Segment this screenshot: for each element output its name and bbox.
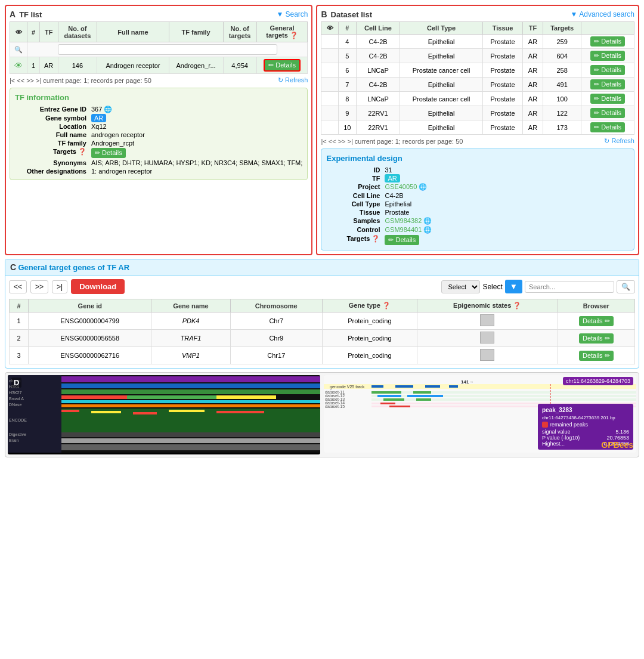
entrez-link[interactable]: 🌐 bbox=[104, 106, 112, 113]
svg-text:Broad A: Broad A bbox=[9, 397, 24, 401]
tf-search-link[interactable]: ▼ Search bbox=[277, 10, 308, 18]
gene-details-1[interactable]: Details ✏ bbox=[579, 316, 614, 326]
col-eye: 👁 bbox=[10, 22, 27, 42]
b-page-first[interactable]: |< bbox=[321, 138, 326, 145]
row-family: Androgen_r... bbox=[169, 57, 223, 74]
chr-badge: chr11:64263829-64284703 bbox=[563, 377, 633, 385]
dataset-details-8[interactable]: ✏ Details bbox=[590, 94, 625, 104]
dataset-details-6[interactable]: ✏ Details bbox=[590, 65, 625, 75]
exp-project-link[interactable]: GSE40050 bbox=[385, 183, 417, 190]
gene-details-2[interactable]: Details ✏ bbox=[579, 333, 614, 344]
bcol-tf: TF bbox=[523, 22, 543, 35]
tf-targets-details-button[interactable]: ✏ Details bbox=[91, 148, 126, 158]
c-next2[interactable]: >> bbox=[30, 280, 48, 293]
gcol-num: # bbox=[10, 299, 29, 313]
svg-rect-8 bbox=[61, 400, 320, 403]
svg-text:gencode V25 track: gencode V25 track bbox=[330, 385, 365, 389]
svg-rect-30 bbox=[371, 385, 383, 388]
gene-search-input[interactable] bbox=[525, 281, 614, 293]
tf-search-input[interactable] bbox=[58, 44, 277, 55]
gcol-browser: Browser bbox=[558, 299, 634, 313]
col-tf: TF bbox=[39, 22, 58, 42]
svg-text:Digestive: Digestive bbox=[9, 432, 26, 437]
panel-b-header: B Dataset list ▼ Advanced search bbox=[321, 10, 634, 19]
epigenomic-img-3 bbox=[480, 349, 494, 361]
panel-d-label: D bbox=[11, 378, 21, 388]
bcol-targets: Targets bbox=[543, 22, 581, 35]
svg-text:Brain: Brain bbox=[9, 438, 18, 443]
c-prev2[interactable]: << bbox=[9, 280, 27, 293]
svg-rect-14 bbox=[169, 410, 205, 412]
col-num: # bbox=[27, 22, 39, 42]
tf-pagination: |< << >> >| current page: 1; records per… bbox=[10, 76, 308, 84]
genome-browser-left: D bbox=[8, 375, 320, 454]
filter-icon: ▼ bbox=[277, 10, 284, 18]
row-num: 1 bbox=[27, 57, 39, 74]
c-last2[interactable]: >| bbox=[52, 280, 67, 293]
svg-rect-34 bbox=[371, 391, 636, 394]
svg-rect-16 bbox=[61, 432, 320, 437]
bcol-tissue: Tissue bbox=[483, 22, 523, 35]
epigenomic-img-2 bbox=[480, 332, 494, 344]
dataset-details-10[interactable]: ✏ Details bbox=[590, 122, 625, 132]
page-first[interactable]: |< bbox=[10, 77, 15, 84]
gene-details-3[interactable]: Details ✏ bbox=[579, 351, 614, 361]
svg-rect-42 bbox=[416, 398, 431, 401]
gene-search-button[interactable]: 🔍 bbox=[617, 280, 635, 293]
page-prev[interactable]: << bbox=[17, 77, 24, 84]
panel-c: C General target genes of TF AR << >> >|… bbox=[5, 259, 639, 369]
svg-rect-3 bbox=[61, 383, 320, 388]
dataset-details-5[interactable]: ✏ Details bbox=[590, 51, 625, 61]
gcol-epigenomic: Epigenomic states ❓ bbox=[417, 299, 558, 313]
exp-targets-details[interactable]: ✏ Details bbox=[385, 235, 419, 245]
col-fullname: Full name bbox=[97, 22, 169, 42]
col-datasets: No. ofdatasets bbox=[58, 22, 97, 42]
dataset-refresh[interactable]: ↻ Refresh bbox=[604, 137, 634, 145]
gcol-chr: Chromosome bbox=[230, 299, 322, 313]
dataset-row: 5 C4-2B Epithelial Prostate AR 604 ✏ Det… bbox=[321, 49, 634, 63]
svg-text:ENCODE: ENCODE bbox=[9, 418, 27, 422]
dataset-row: 9 22RV1 Epithelial Prostate AR 122 ✏ Det… bbox=[321, 106, 634, 120]
gene-select[interactable]: Select bbox=[441, 280, 480, 293]
row-fullname: Androgen receptor bbox=[97, 57, 169, 74]
dataset-details-7[interactable]: ✏ Details bbox=[590, 79, 625, 89]
tf-info-grid: Entrez Gene ID 367 🌐 Gene symbol AR Loca… bbox=[15, 106, 302, 175]
bcol-action bbox=[581, 22, 634, 35]
svg-rect-41 bbox=[383, 398, 404, 401]
dataset-details-4[interactable]: ✏ Details bbox=[590, 36, 625, 47]
experimental-design: Experimental design ID 31 TF AR Project … bbox=[321, 148, 634, 250]
svg-text:dataset-15: dataset-15 bbox=[325, 404, 345, 409]
tf-details-button[interactable]: ✏ Details bbox=[264, 59, 301, 72]
svg-text:H3K27: H3K27 bbox=[9, 391, 22, 395]
svg-rect-7 bbox=[216, 395, 276, 399]
exp-design-grid: ID 31 TF AR Project GSE40050 🌐 Cell Line… bbox=[326, 166, 629, 245]
control-link[interactable]: GSM984401 bbox=[385, 226, 422, 233]
svg-rect-35 bbox=[371, 391, 401, 394]
row-eye: 👁 bbox=[10, 57, 27, 74]
b-page-next[interactable]: >> bbox=[338, 138, 346, 145]
svg-rect-44 bbox=[380, 403, 395, 404]
svg-rect-4 bbox=[61, 389, 320, 394]
filter-button[interactable]: ▼ bbox=[505, 280, 522, 293]
b-page-prev[interactable]: << bbox=[329, 138, 336, 145]
dataset-details-9[interactable]: ✏ Details bbox=[590, 108, 625, 118]
page-info: current page: 1; records per page: 50 bbox=[43, 77, 151, 84]
page-last[interactable]: >| bbox=[36, 77, 41, 84]
bcol-num: # bbox=[338, 22, 356, 35]
svg-text:DNase: DNase bbox=[9, 403, 22, 407]
samples-link[interactable]: GSM984382 bbox=[385, 217, 422, 224]
page-next[interactable]: >> bbox=[26, 77, 34, 84]
svg-rect-2 bbox=[61, 376, 320, 382]
gcol-geneid: Gene id bbox=[29, 299, 151, 313]
epigenomic-img-1 bbox=[480, 314, 494, 326]
watermark: GPBees bbox=[601, 440, 633, 450]
gene-row-2: 2 ENSG00000056558 TRAF1 Chr9 Protein_cod… bbox=[10, 330, 635, 347]
dataset-advanced-search[interactable]: ▼ Advanced search bbox=[570, 10, 634, 18]
download-button[interactable]: Download bbox=[71, 279, 125, 294]
svg-rect-13 bbox=[133, 412, 157, 414]
row-tf: AR bbox=[39, 57, 58, 74]
gene-row-1: 1 ENSG00000004799 PDK4 Chr7 Protein_codi… bbox=[10, 313, 635, 330]
b-page-last[interactable]: >| bbox=[347, 138, 352, 145]
tf-refresh[interactable]: ↻ Refresh bbox=[278, 76, 308, 84]
svg-text:141→: 141→ bbox=[461, 379, 473, 385]
